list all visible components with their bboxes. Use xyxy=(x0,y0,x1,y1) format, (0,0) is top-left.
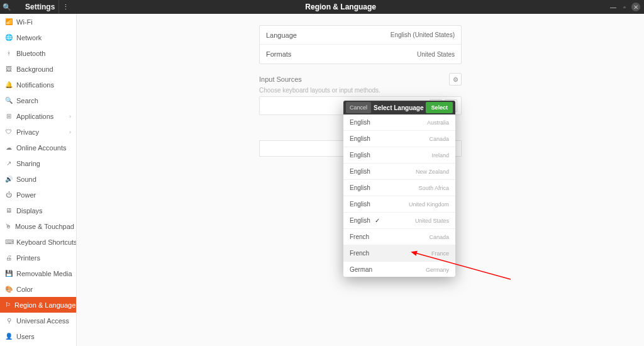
language-option-english-canada[interactable]: EnglishCanada xyxy=(343,131,455,147)
sidebar-icon: 🌐 xyxy=(5,34,13,41)
language-option-english-ireland[interactable]: EnglishIreland xyxy=(343,147,455,164)
sidebar-icon: ⚲ xyxy=(5,317,13,324)
sidebar-label: Applications xyxy=(16,113,65,120)
page-title: Region & Language xyxy=(72,3,609,11)
sidebar-icon: 🖱 xyxy=(5,223,11,230)
sidebar-item-online-accounts[interactable]: ☁Online Accounts xyxy=(0,140,76,155)
language-name: English xyxy=(350,201,409,208)
sidebar-label: Privacy xyxy=(16,128,65,136)
sidebar-item-background[interactable]: 🖼Background xyxy=(0,61,76,77)
country-name: Canada xyxy=(429,136,449,142)
sidebar-label: Color xyxy=(16,286,71,293)
sidebar-label: Search xyxy=(16,97,71,104)
sidebar-item-mouse-touchpad[interactable]: 🖱Mouse & Touchpad xyxy=(0,218,76,234)
sidebar-label: Sharing xyxy=(16,160,71,167)
sidebar-item-bluetooth[interactable]: ᚼBluetooth xyxy=(0,45,76,61)
sidebar-item-users[interactable]: 👤Users xyxy=(0,328,76,344)
sidebar-label: Network xyxy=(16,34,71,42)
search-icon: 🔍 xyxy=(3,3,11,11)
sidebar-item-displays[interactable]: 🖥Displays xyxy=(0,203,76,218)
language-name: French xyxy=(350,250,431,257)
sidebar-icon: ↗ xyxy=(5,160,13,167)
sidebar-item-applications[interactable]: ⊞Applications› xyxy=(0,108,76,124)
sidebar-label: Printers xyxy=(16,254,71,262)
maximize-button[interactable]: ▫ xyxy=(620,3,629,11)
select-button[interactable]: Select xyxy=(426,102,453,113)
language-list[interactable]: EnglishAustraliaEnglishCanadaEnglishIrel… xyxy=(343,114,455,277)
window-titlebar: 🔍 Settings ⋮ Region & Language — ▫ ✕ xyxy=(0,0,644,14)
sidebar-item-region-language[interactable]: ⚐Region & Language xyxy=(0,297,76,313)
sidebar-item-wi-fi[interactable]: 📶Wi-Fi xyxy=(0,14,76,30)
sidebar-item-universal-access[interactable]: ⚲Universal Access xyxy=(0,313,76,328)
input-sources-header: Input Sources ⚙ xyxy=(259,73,462,86)
country-name: United Kingdom xyxy=(409,201,449,208)
sidebar-label: Bluetooth xyxy=(16,50,71,57)
search-button[interactable]: 🔍 xyxy=(0,0,14,14)
sidebar-icon: ⚐ xyxy=(5,301,11,308)
sidebar-label: Users xyxy=(16,333,71,340)
formats-row[interactable]: Formats United States xyxy=(260,45,461,64)
sidebar-label: Keyboard Shortcuts xyxy=(16,238,77,246)
language-name: English xyxy=(350,168,416,175)
country-name: South Africa xyxy=(418,185,449,191)
minimize-button[interactable]: — xyxy=(609,3,618,11)
sidebar-icon: ⌨ xyxy=(5,238,13,245)
sidebar-icon: 🖼 xyxy=(5,65,13,72)
sidebar-item-power[interactable]: ⏻Power xyxy=(0,187,76,203)
input-sources-settings-button[interactable]: ⚙ xyxy=(449,73,462,86)
input-sources-title: Input Sources xyxy=(259,75,449,83)
sidebar-label: Mouse & Touchpad xyxy=(15,223,74,230)
language-row[interactable]: Language English (United States) xyxy=(260,26,461,45)
sidebar-item-privacy[interactable]: 🛡Privacy› xyxy=(0,124,76,140)
sidebar-label: Power xyxy=(16,191,71,199)
language-option-english-australia[interactable]: EnglishAustralia xyxy=(343,114,455,131)
select-language-dialog: Cancel Select Language Select EnglishAus… xyxy=(343,101,455,277)
sidebar-label: Notifications xyxy=(16,81,71,89)
app-title: Settings xyxy=(14,3,55,11)
sidebar-icon: 🛡 xyxy=(5,128,13,135)
sidebar-label: Online Accounts xyxy=(16,144,71,152)
country-name: Australia xyxy=(427,120,449,126)
language-name: English xyxy=(350,152,431,159)
dialog-title: Select Language xyxy=(371,104,426,111)
sidebar-icon: 🖥 xyxy=(5,207,13,214)
close-button[interactable]: ✕ xyxy=(631,3,640,11)
country-name: Germany xyxy=(426,267,449,273)
language-name: English xyxy=(350,135,429,142)
country-name: United States xyxy=(415,218,449,224)
sidebar-icon: 🔔 xyxy=(5,81,13,88)
hamburger-menu-button[interactable]: ⋮ xyxy=(58,0,72,14)
language-option-french-france[interactable]: FrenchFrance xyxy=(343,245,455,262)
language-option-german-germany[interactable]: GermanGermany xyxy=(343,262,455,277)
language-name: German xyxy=(350,266,426,273)
input-sources-subtitle: Choose keyboard layouts or input methods… xyxy=(259,87,462,94)
dialog-header: Cancel Select Language Select xyxy=(343,101,455,114)
language-name: English ✓ xyxy=(350,217,415,224)
sidebar-item-printers[interactable]: 🖨Printers xyxy=(0,250,76,265)
sidebar-item-network[interactable]: 🌐Network xyxy=(0,30,76,45)
sidebar-item-search[interactable]: 🔍Search xyxy=(0,92,76,108)
sidebar-label: Displays xyxy=(16,207,71,215)
sidebar-item-sharing[interactable]: ↗Sharing xyxy=(0,155,76,171)
country-name: Ireland xyxy=(431,152,449,159)
sidebar-item-sound[interactable]: 🔊Sound xyxy=(0,171,76,187)
chevron-right-icon: › xyxy=(69,129,71,135)
language-name: French xyxy=(350,233,429,240)
sidebar-item-color[interactable]: 🎨Color xyxy=(0,281,76,297)
language-option-english-united-kingdom[interactable]: EnglishUnited Kingdom xyxy=(343,196,455,213)
sidebar-label: Region & Language xyxy=(14,301,75,309)
language-option-english-south-africa[interactable]: EnglishSouth Africa xyxy=(343,180,455,196)
language-formats-panel: Language English (United States) Formats… xyxy=(259,25,462,64)
sidebar-item-removable-media[interactable]: 💾Removable Media xyxy=(0,265,76,281)
sidebar-label: Removable Media xyxy=(16,270,72,277)
language-option-english-new-zealand[interactable]: EnglishNew Zealand xyxy=(343,164,455,180)
chevron-right-icon: › xyxy=(69,113,71,120)
cancel-button[interactable]: Cancel xyxy=(346,102,371,113)
sidebar-item-keyboard-shortcuts[interactable]: ⌨Keyboard Shortcuts xyxy=(0,234,76,250)
sidebar-item-notifications[interactable]: 🔔Notifications xyxy=(0,77,76,92)
language-label: Language xyxy=(266,31,391,39)
sidebar-icon: 📶 xyxy=(5,18,13,25)
language-option-french-canada[interactable]: FrenchCanada xyxy=(343,229,455,245)
sidebar-icon: ⊞ xyxy=(5,113,13,120)
language-option-english-united-states[interactable]: English ✓United States xyxy=(343,213,455,229)
